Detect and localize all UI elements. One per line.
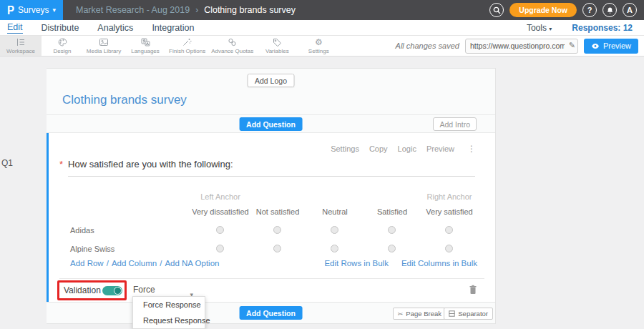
add-row-link[interactable]: Add Row (70, 259, 104, 267)
chevron-down-icon: ▾ (52, 6, 56, 14)
product-name: Surveys (18, 5, 49, 15)
dropdown-option-request-response[interactable]: Request Response (133, 313, 205, 328)
workspace-list-icon (16, 38, 26, 47)
add-question-button-top[interactable]: Add Question (239, 117, 303, 131)
breadcrumb: Market Research - Aug 2019 › Clothing br… (76, 5, 296, 15)
radio-cell[interactable] (445, 226, 453, 234)
question-block: Settings Copy Logic Preview ⋮ * How sati… (47, 133, 495, 303)
validation-label: Validation (64, 285, 101, 295)
add-question-button-bottom[interactable]: Add Question (239, 306, 303, 320)
toolbar-item-settings[interactable]: ⚙ Settings (298, 36, 339, 56)
chain-links-icon (228, 38, 237, 47)
radio-cell[interactable] (331, 245, 338, 252)
edit-columns-in-bulk-link[interactable]: Edit Columns in Bulk (401, 259, 477, 267)
translate-icon (141, 38, 150, 47)
question-text-underline (68, 176, 475, 177)
survey-url-input[interactable] (465, 39, 578, 54)
chevron-down-icon: ▾ (549, 26, 552, 32)
avatar[interactable]: A (623, 3, 637, 17)
add-logo-button[interactable]: Add Logo (247, 74, 295, 87)
topnav-actions: Upgrade Now ? A (489, 3, 644, 17)
left-anchor-label: Left Anchor (174, 192, 267, 201)
validation-toggle[interactable] (102, 286, 122, 295)
editor-toolbar: Workspace Design Media Library Languages… (0, 36, 644, 57)
survey-card: Add Logo Clothing brands survey Add Ques… (47, 68, 496, 324)
toolbar-item-workspace[interactable]: Workspace (0, 36, 42, 56)
toolbar-item-design[interactable]: Design (42, 36, 83, 56)
toolbar-item-advance-quotas[interactable]: Advance Quotas (208, 36, 256, 56)
toggle-knob (114, 287, 122, 295)
surveys-product-menu[interactable]: P Surveys ▾ (0, 0, 63, 20)
tag-icon (273, 38, 282, 47)
pencil-icon[interactable]: ✎ (569, 41, 575, 50)
trash-icon (469, 285, 477, 295)
radio-cell[interactable] (273, 245, 281, 252)
questionpro-logo-icon: P (7, 4, 14, 16)
question-logic-link[interactable]: Logic (398, 144, 416, 153)
link-separator: / (160, 259, 162, 267)
add-intro-button[interactable]: Add Intro (433, 117, 477, 131)
radio-cell[interactable] (445, 245, 453, 252)
breadcrumb-separator-icon: › (195, 5, 198, 15)
help-button[interactable]: ? (582, 3, 597, 17)
question-settings-link[interactable]: Settings (331, 144, 359, 153)
palette-icon (58, 38, 67, 47)
radio-cell[interactable] (388, 245, 396, 252)
image-icon (99, 38, 109, 47)
survey-tabs-nav: Edit Distribute Analytics Integration To… (0, 20, 644, 36)
survey-header-section: Add Logo Clothing brands survey (47, 69, 495, 115)
tab-edit[interactable]: Edit (7, 22, 23, 34)
tools-menu[interactable]: Tools ▾ (527, 23, 552, 33)
more-options-icon[interactable]: ⋮ (467, 144, 476, 154)
breadcrumb-parent[interactable]: Market Research - Aug 2019 (76, 5, 190, 15)
toolbar-item-languages[interactable]: Languages (125, 36, 166, 56)
required-star-icon: * (59, 159, 63, 170)
radio-cell[interactable] (216, 245, 224, 252)
row-label[interactable]: Adidas (70, 226, 94, 235)
row-label[interactable]: Alpine Swiss (70, 245, 114, 253)
separator-button[interactable]: Separator (444, 308, 493, 320)
breadcrumb-current: Clothing brands survey (204, 5, 296, 15)
tab-integration[interactable]: Integration (152, 23, 194, 33)
validation-dropdown-menu: Force Response Request Response (132, 296, 205, 329)
question-number-label: Q1 (1, 158, 13, 168)
autosave-status: All changes saved (396, 41, 459, 50)
search-button[interactable] (489, 3, 504, 17)
toolbar-item-media-library[interactable]: Media Library (83, 36, 125, 56)
top-navbar: P Surveys ▾ Market Research - Aug 2019 ›… (0, 0, 644, 20)
question-copy-link[interactable]: Copy (369, 144, 388, 153)
column-header: Very satisfied (406, 207, 492, 216)
delete-question-button[interactable] (469, 285, 477, 298)
right-anchor-label: Right Anchor (403, 192, 496, 201)
radio-cell[interactable] (331, 226, 338, 234)
question-text[interactable]: How satisfied are you with the following… (68, 159, 233, 170)
preview-button[interactable]: Preview (584, 39, 638, 54)
add-question-strip-top: Add Question Add Intro (47, 115, 495, 133)
tab-analytics[interactable]: Analytics (97, 23, 133, 33)
survey-title[interactable]: Clothing brands survey (62, 93, 187, 107)
radio-cell[interactable] (273, 226, 281, 234)
edit-rows-in-bulk-link[interactable]: Edit Rows in Bulk (324, 259, 388, 267)
magic-wand-icon (182, 38, 192, 47)
toolbar-item-finish-options[interactable]: Finish Options (166, 36, 208, 56)
toolbar-item-variables[interactable]: Variables (256, 36, 298, 56)
gear-icon: ⚙ (315, 38, 323, 47)
radio-cell[interactable] (388, 226, 396, 234)
question-preview-link[interactable]: Preview (426, 144, 454, 153)
radio-cell[interactable] (216, 226, 224, 234)
search-icon (493, 6, 501, 14)
upgrade-now-button[interactable]: Upgrade Now (509, 3, 577, 17)
notifications-button[interactable] (602, 3, 617, 17)
dropdown-option-force-response[interactable]: Force Response (133, 297, 205, 313)
survey-canvas: Q1 Add Logo Clothing brands survey Add Q… (0, 57, 644, 329)
link-separator: / (107, 259, 109, 267)
tab-distribute[interactable]: Distribute (42, 23, 79, 33)
page-break-button[interactable]: ✂ Page Break (393, 308, 447, 320)
responses-link[interactable]: Responses: 12 (572, 23, 633, 33)
add-column-link[interactable]: Add Column (112, 259, 157, 267)
add-question-strip-bottom: Add Question ✂ Page Break Separator (47, 302, 495, 323)
validation-divider (59, 278, 484, 279)
add-na-option-link[interactable]: Add NA Option (165, 259, 219, 267)
separator-icon (449, 310, 455, 317)
scissors-icon: ✂ (398, 310, 404, 318)
